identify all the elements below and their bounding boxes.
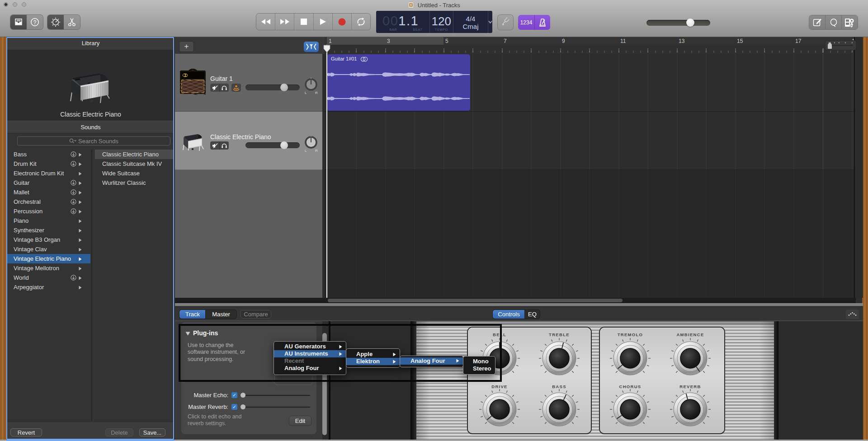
svg-text:R: R: [315, 149, 318, 153]
svg-text:R: R: [315, 91, 318, 95]
svg-text:?: ?: [33, 19, 37, 26]
svg-text:L: L: [305, 149, 307, 153]
svg-text:L: L: [305, 91, 307, 95]
